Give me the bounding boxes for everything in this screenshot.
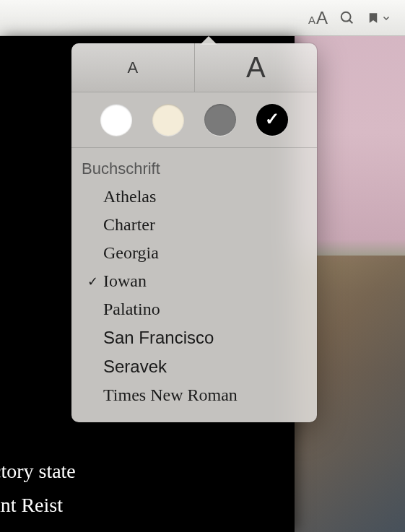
font-name-label: Athelas xyxy=(103,187,307,206)
bookmark-icon xyxy=(367,10,380,26)
font-name-label: Iowan xyxy=(103,271,307,291)
font-name-label: Palatino xyxy=(103,300,307,319)
font-name-label: Seravek xyxy=(103,357,307,377)
text-settings-large-a-icon: A xyxy=(316,8,328,28)
font-item[interactable]: Georgia xyxy=(71,239,317,267)
font-selected-check-icon: ✓ xyxy=(82,274,103,289)
bookmark-button[interactable] xyxy=(367,10,391,26)
font-item[interactable]: Charter xyxy=(71,211,317,239)
theme-swatch-sepia[interactable] xyxy=(152,104,184,136)
font-item[interactable]: Athelas xyxy=(71,183,317,211)
svg-point-0 xyxy=(341,12,351,21)
theme-swatch-white[interactable] xyxy=(100,104,132,136)
font-section: Buchschrift AthelasCharterGeorgia✓IowanP… xyxy=(71,148,317,422)
font-item[interactable]: San Francisco xyxy=(71,323,317,352)
text-settings-small-a-icon: A xyxy=(308,14,315,26)
chevron-down-icon xyxy=(382,14,391,22)
font-name-label: San Francisco xyxy=(103,328,307,348)
text-settings-button[interactable]: A A xyxy=(308,8,328,28)
font-name-label: Charter xyxy=(103,215,307,235)
increase-font-button[interactable]: A xyxy=(195,43,318,92)
font-item[interactable]: ✓Iowan xyxy=(71,267,317,295)
theme-swatch-black[interactable]: ✓ xyxy=(256,104,288,136)
check-icon: ✓ xyxy=(265,109,279,129)
font-heading: Buchschrift xyxy=(71,157,317,183)
search-icon xyxy=(339,10,355,26)
font-list: AthelasCharterGeorgia✓IowanPalatinoSan F… xyxy=(71,183,317,409)
font-size-segment: A A xyxy=(71,43,317,92)
decrease-font-label: A xyxy=(127,58,138,77)
font-item[interactable]: Seravek xyxy=(71,352,317,381)
font-item[interactable]: Times New Roman xyxy=(71,381,317,409)
theme-swatch-gray[interactable] xyxy=(204,104,236,136)
font-item[interactable]: Palatino xyxy=(71,295,317,323)
popover-arrow xyxy=(200,36,217,45)
theme-swatches: ✓ xyxy=(71,92,317,148)
font-name-label: Times New Roman xyxy=(103,385,307,405)
decrease-font-button[interactable]: A xyxy=(71,43,194,92)
search-button[interactable] xyxy=(339,10,355,26)
text-settings-popover: A A ✓ Buchschrift AthelasCharterGeorgia✓… xyxy=(71,43,317,422)
font-name-label: Georgia xyxy=(103,243,307,263)
svg-line-1 xyxy=(349,19,353,23)
increase-font-label: A xyxy=(246,51,266,84)
reader-toolbar: A A xyxy=(0,0,405,36)
